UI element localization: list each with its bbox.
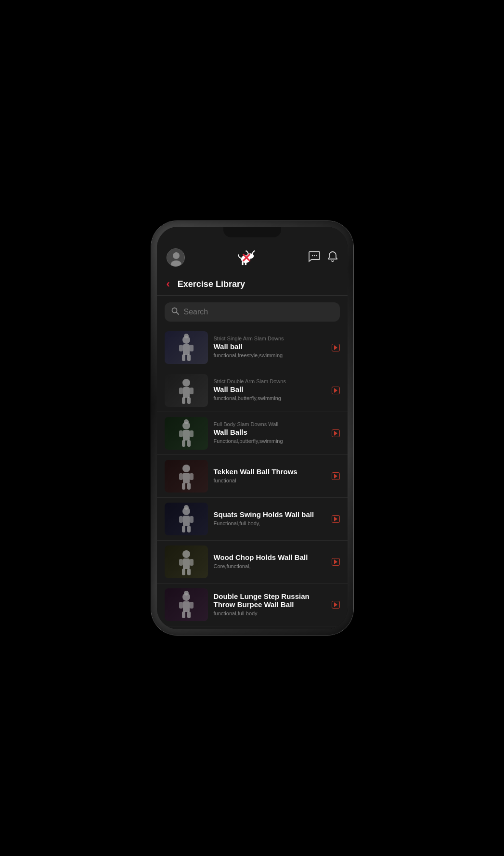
svg-rect-54	[183, 558, 190, 569]
svg-rect-57	[182, 569, 185, 575]
svg-rect-48	[190, 516, 194, 523]
exercise-title: Wall Balls	[214, 428, 326, 436]
bell-icon[interactable]	[327, 251, 338, 265]
svg-point-66	[184, 591, 189, 596]
svg-point-21	[184, 334, 189, 338]
exercise-title: Wall ball	[214, 342, 326, 350]
search-icon	[171, 307, 179, 317]
exercise-tags: functional,full body	[214, 610, 326, 617]
exercise-item[interactable]: Strict Single Arm Slam Downs Wall ball f…	[157, 326, 348, 369]
svg-rect-46	[183, 516, 190, 526]
svg-point-23	[182, 379, 190, 387]
svg-rect-6	[245, 262, 246, 265]
video-icon[interactable]	[332, 387, 340, 394]
exercise-thumbnail	[165, 460, 208, 493]
svg-rect-26	[190, 388, 194, 394]
exercise-tags: Core,functional,	[214, 563, 326, 570]
exercise-title: Wood Chop Holds Wall Ball	[214, 553, 326, 561]
exercise-thumbnail	[165, 331, 208, 364]
svg-rect-39	[183, 473, 190, 483]
exercise-tags: functional,butterfly,swimming	[214, 395, 326, 402]
video-icon[interactable]	[332, 472, 340, 480]
video-icon[interactable]	[332, 344, 340, 351]
notch	[223, 227, 281, 237]
back-button[interactable]: ‹	[167, 278, 170, 290]
svg-point-1	[173, 252, 180, 259]
svg-point-53	[182, 550, 190, 558]
svg-rect-28	[187, 397, 191, 404]
svg-rect-61	[183, 601, 190, 612]
exercise-item[interactable]: Tekken Wall Ball Throws functional	[157, 455, 348, 498]
svg-rect-31	[183, 430, 190, 441]
svg-rect-64	[182, 611, 185, 618]
play-triangle	[334, 602, 337, 607]
svg-rect-47	[179, 516, 183, 523]
svg-point-51	[184, 505, 189, 510]
exercise-thumbnail	[165, 545, 208, 578]
svg-point-36	[184, 419, 189, 424]
svg-rect-42	[182, 483, 185, 490]
page-title: Exercise Library	[178, 279, 245, 289]
exercise-subtitle: Full Body Slam Downs Wall	[214, 421, 326, 427]
video-icon[interactable]	[332, 515, 340, 523]
exercise-info: Full Body Slam Downs Wall Wall Balls Fun…	[214, 421, 326, 445]
exercise-info: Wood Chop Holds Wall Ball Core,functiona…	[214, 553, 326, 570]
exercise-info: Double Lunge Step Russian Throw Burpee W…	[214, 592, 326, 617]
svg-rect-35	[187, 440, 191, 447]
exercise-thumbnail	[165, 417, 208, 450]
svg-rect-43	[187, 483, 191, 490]
screen: ‹ Exercise Library	[157, 227, 348, 629]
video-icon[interactable]	[332, 429, 340, 437]
exercise-item[interactable]: Wood Chop Holds Wall Ball Core,functiona…	[157, 541, 348, 584]
exercise-thumbnail	[165, 374, 208, 407]
svg-point-11	[315, 255, 316, 256]
svg-rect-58	[187, 569, 191, 575]
play-triangle	[334, 345, 337, 350]
exercise-item[interactable]: Full Body Slam Downs Wall Wall Balls Fun…	[157, 412, 348, 455]
exercise-thumbnail	[165, 503, 208, 535]
svg-point-38	[182, 465, 190, 472]
exercise-tags: functional,freestyle,swimming	[214, 352, 326, 359]
svg-rect-24	[183, 387, 190, 398]
svg-rect-5	[242, 261, 243, 265]
logo	[234, 245, 259, 270]
video-icon[interactable]	[332, 558, 340, 566]
exercise-info: Strict Single Arm Slam Downs Wall ball f…	[214, 336, 326, 359]
svg-rect-27	[182, 397, 185, 404]
svg-rect-32	[179, 430, 183, 437]
top-icons	[308, 251, 338, 265]
play-triangle	[334, 474, 337, 479]
avatar[interactable]	[167, 248, 185, 267]
play-triangle	[334, 431, 337, 436]
exercise-subtitle: Strict Single Arm Slam Downs	[214, 336, 326, 341]
exercise-title: Squats Swing Holds Wall ball	[214, 510, 326, 519]
exercise-thumbnail	[165, 588, 208, 621]
svg-rect-63	[190, 602, 194, 609]
svg-rect-16	[183, 344, 190, 355]
play-triangle	[334, 559, 337, 564]
svg-rect-18	[190, 345, 194, 351]
svg-rect-55	[179, 559, 183, 566]
svg-rect-34	[182, 440, 185, 447]
exercise-item[interactable]: Wall Ball Rainbow Slams	[157, 626, 348, 629]
video-icon[interactable]	[332, 601, 340, 609]
svg-rect-17	[179, 345, 183, 351]
exercise-item[interactable]: Double Lunge Step Russian Throw Burpee W…	[157, 584, 348, 626]
exercise-item[interactable]: Squats Swing Holds Wall ball Functional,…	[157, 498, 348, 541]
exercise-title: Double Lunge Step Russian Throw Burpee W…	[214, 592, 326, 609]
svg-rect-19	[182, 354, 185, 361]
svg-point-10	[313, 255, 314, 256]
chat-icon[interactable]	[308, 251, 321, 265]
search-bar[interactable]	[165, 302, 340, 322]
svg-rect-41	[190, 473, 194, 480]
exercise-info: Strict Double Arm Slam Downs Wall Ball f…	[214, 378, 326, 402]
svg-rect-62	[179, 602, 183, 609]
svg-line-13	[176, 312, 179, 315]
play-triangle	[334, 517, 337, 521]
play-triangle	[334, 388, 337, 393]
exercise-item[interactable]: Strict Double Arm Slam Downs Wall Ball f…	[157, 369, 348, 412]
exercise-tags: Functional,butterfly,swimming	[214, 438, 326, 445]
search-input[interactable]	[184, 308, 333, 316]
nav-bar: ‹ Exercise Library	[157, 275, 348, 296]
svg-point-9	[311, 255, 312, 256]
